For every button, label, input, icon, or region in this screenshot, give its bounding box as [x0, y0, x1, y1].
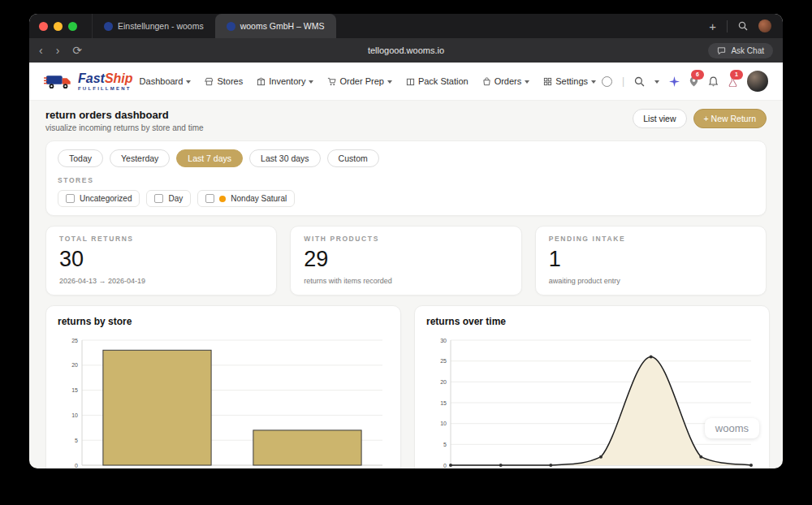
- alerts-button[interactable]: 1: [728, 76, 737, 87]
- range-custom[interactable]: Custom: [327, 149, 379, 167]
- range-yesterday[interactable]: Yesterday: [110, 149, 170, 167]
- stat-label: PENDING INTAKE: [549, 235, 753, 243]
- page-subtitle: visualize incoming returns by store and …: [45, 123, 204, 132]
- store-chip-label: Nonday Satural: [231, 194, 287, 203]
- notification-badge: 1: [730, 70, 743, 80]
- checkbox-icon[interactable]: [66, 194, 75, 203]
- chevron-down-icon[interactable]: [654, 80, 659, 84]
- tab-einstellungen[interactable]: Einstellungen - wooms: [92, 14, 215, 38]
- svg-text:5: 5: [75, 438, 78, 443]
- stat-value: 30: [59, 247, 263, 272]
- browser-profile-avatar[interactable]: [758, 19, 771, 32]
- store-chip-day[interactable]: Day: [146, 190, 191, 207]
- page-header: return orders dashboard visualize incomi…: [45, 109, 767, 132]
- minimize-icon[interactable]: [54, 22, 63, 31]
- tab-label: Einstellungen - wooms: [118, 21, 204, 31]
- date-range-pills: Today Yesterday Last 7 days Last 30 days…: [58, 149, 754, 167]
- bell-icon[interactable]: [708, 76, 719, 87]
- stat-value: 29: [304, 247, 508, 272]
- cart-icon: [327, 77, 336, 86]
- address-bar[interactable]: tellogood.wooms.io: [29, 45, 783, 55]
- reload-icon[interactable]: ⟳: [72, 45, 82, 56]
- close-icon[interactable]: [39, 22, 48, 31]
- tab-favicon: [227, 22, 235, 31]
- svg-text:10: 10: [71, 412, 78, 418]
- app-header: FastShip FULFILLMENT Dashboard Stores In…: [29, 63, 783, 101]
- chevron-down-icon: [387, 80, 392, 84]
- nav-label: Order Prep: [339, 76, 383, 86]
- filters-card: Today Yesterday Last 7 days Last 30 days…: [45, 140, 767, 216]
- divider: [727, 20, 728, 32]
- back-icon[interactable]: ‹: [39, 45, 43, 56]
- store-filter-chips: Uncategorized Day Nonday Satural: [58, 190, 754, 207]
- range-last-7-days[interactable]: Last 7 days: [176, 149, 243, 167]
- svg-text:0: 0: [75, 463, 78, 468]
- svg-text:10: 10: [440, 421, 447, 426]
- sparkles-icon[interactable]: [669, 76, 680, 87]
- wooms-watermark: wooms: [705, 418, 759, 438]
- nav-label: Orders: [495, 76, 522, 86]
- nav-orders[interactable]: Orders: [482, 76, 530, 86]
- stat-subtext: awaiting product entry: [549, 277, 753, 285]
- svg-text:20: 20: [71, 362, 78, 368]
- search-icon[interactable]: [738, 21, 748, 31]
- bag-icon: [482, 77, 491, 86]
- svg-text:25: 25: [71, 338, 78, 343]
- window-controls: [39, 22, 77, 31]
- store-icon: [205, 77, 214, 86]
- logo-text: FastShip FULFILLMENT: [78, 72, 133, 91]
- browser-window: Einstellungen - wooms wooms GmbH – WMS +…: [29, 14, 783, 468]
- nav-stores[interactable]: Stores: [205, 76, 243, 86]
- list-view-button[interactable]: List view: [633, 109, 686, 128]
- logo-ship: Ship: [105, 71, 133, 85]
- user-avatar[interactable]: [747, 71, 768, 92]
- returns-over-time-card: returns over time 0510152025302026-04-13…: [414, 305, 770, 468]
- store-chip-uncategorized[interactable]: Uncategorized: [58, 190, 140, 207]
- stat-label: WITH PRODUCTS: [304, 235, 508, 243]
- nav-pack-station[interactable]: Pack Station: [406, 76, 469, 86]
- ask-chat-button[interactable]: Ask Chat: [708, 43, 773, 58]
- range-today[interactable]: Today: [58, 149, 103, 167]
- grid-icon: [543, 77, 552, 86]
- main-nav: Dashboard Stores Inventory Order Prep Pa…: [140, 76, 596, 86]
- stat-subtext: 2026-04-13 → 2026-04-19: [59, 277, 263, 285]
- location-button[interactable]: 6: [689, 76, 698, 87]
- page-title: return orders dashboard: [45, 109, 204, 121]
- fastship-logo[interactable]: FastShip FULFILLMENT: [44, 71, 133, 91]
- logo-fast: Fast: [78, 71, 105, 85]
- zoom-icon[interactable]: [68, 22, 77, 31]
- svg-text:0: 0: [443, 463, 447, 468]
- nav-label: Inventory: [269, 76, 305, 86]
- svg-text:15: 15: [440, 400, 447, 406]
- page-content: return orders dashboard visualize incomi…: [29, 101, 783, 468]
- nav-inventory[interactable]: Inventory: [257, 76, 313, 86]
- store-chip-nonday-satural[interactable]: Nonday Satural: [197, 190, 295, 207]
- checkbox-icon[interactable]: [205, 194, 214, 203]
- nav-label: Settings: [555, 76, 588, 86]
- returns-by-store-chart: 0510152025Nonday SaturalDay: [58, 334, 389, 468]
- chevron-down-icon: [186, 80, 191, 84]
- ask-chat-label: Ask Chat: [731, 46, 764, 55]
- stat-label: TOTAL RETURNS: [59, 235, 263, 243]
- nav-dashboard[interactable]: Dashboard: [140, 76, 192, 86]
- nav-settings[interactable]: Settings: [543, 76, 596, 86]
- checkbox-icon[interactable]: [154, 194, 163, 203]
- truck-icon: [44, 71, 73, 91]
- new-tab-icon[interactable]: +: [709, 20, 716, 32]
- search-icon[interactable]: [634, 76, 645, 87]
- charts-row: returns by store 0510152025Nonday Satura…: [45, 305, 767, 468]
- stat-subtext: returns with items recorded: [304, 277, 508, 285]
- desktop: { "colors": { "accent": "#c4a55e", "bar_…: [0, 0, 812, 505]
- circle-icon[interactable]: [602, 76, 612, 87]
- svg-text:5: 5: [443, 442, 447, 447]
- logo-subtitle: FULFILLMENT: [78, 86, 133, 91]
- nav-order-prep[interactable]: Order Prep: [327, 76, 391, 86]
- nav-label: Dashboard: [140, 76, 184, 86]
- notification-badge: 6: [691, 70, 704, 80]
- tab-favicon: [104, 22, 113, 31]
- stats-row: TOTAL RETURNS 30 2026-04-13 → 2026-04-19…: [45, 226, 767, 296]
- new-return-button[interactable]: + New Return: [693, 109, 767, 128]
- tab-wms[interactable]: wooms GmbH – WMS: [215, 14, 336, 38]
- forward-icon[interactable]: ›: [56, 45, 60, 56]
- range-last-30-days[interactable]: Last 30 days: [249, 149, 321, 167]
